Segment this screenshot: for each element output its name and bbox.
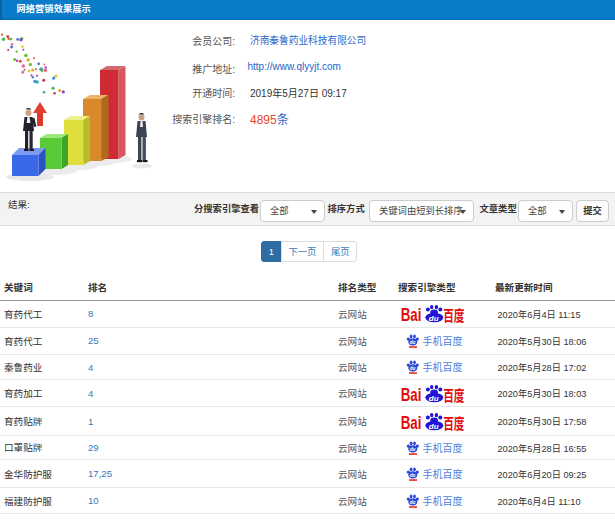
svg-text:Bai: Bai	[401, 385, 422, 403]
svg-text:Bai: Bai	[401, 306, 422, 324]
svg-text:du: du	[410, 366, 416, 371]
svg-text:Bai: Bai	[401, 413, 422, 431]
svg-text:du: du	[429, 421, 439, 430]
svg-text:du: du	[410, 447, 416, 452]
svg-text:手机百度: 手机百度	[423, 495, 463, 507]
svg-text:du: du	[429, 394, 439, 403]
svg-text:百度: 百度	[443, 307, 464, 323]
svg-text:手机百度: 手机百度	[423, 442, 463, 454]
svg-text:du: du	[410, 473, 416, 478]
svg-text:手机百度: 手机百度	[423, 468, 463, 480]
svg-text:du: du	[410, 500, 416, 505]
svg-text:du: du	[429, 314, 439, 323]
svg-text:du: du	[410, 340, 416, 345]
svg-text:手机百度: 手机百度	[423, 361, 463, 373]
svg-text:百度: 百度	[443, 415, 464, 431]
svg-text:手机百度: 手机百度	[423, 335, 463, 347]
svg-text:百度: 百度	[443, 387, 464, 403]
